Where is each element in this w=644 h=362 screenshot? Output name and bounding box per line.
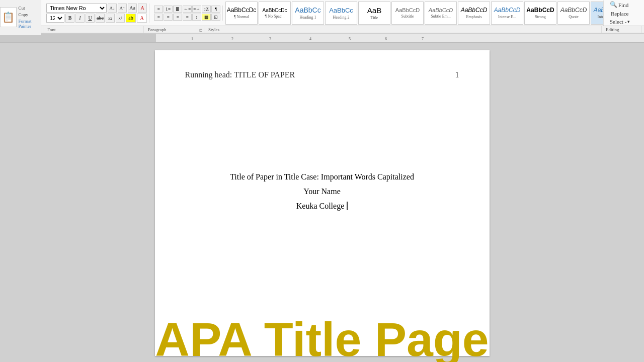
editing-section: 🔍 Find Replace Select - ▾ xyxy=(607,1,642,25)
document-page: Running head: TITLE OF PAPER 1 Title of … xyxy=(155,50,490,356)
cut-button[interactable]: Cut xyxy=(18,5,41,11)
paste-button[interactable]: 📋 xyxy=(0,7,17,27)
style-heading1[interactable]: AaBbCc Heading 1 xyxy=(292,2,324,25)
numbering-btn[interactable]: 1≡ xyxy=(164,6,173,13)
highlight-color-btn[interactable]: ab xyxy=(126,14,136,23)
increase-font-btn[interactable]: A↑ xyxy=(118,4,127,13)
style-heading2[interactable]: AaBbCc Heading 2 xyxy=(325,2,357,25)
decrease-indent-btn[interactable]: ←≡ xyxy=(183,6,192,13)
editing-label: Editing xyxy=(602,26,642,33)
clear-formatting-btn[interactable]: A xyxy=(138,4,147,13)
style-emphasis[interactable]: AaBbCcD Emphasis xyxy=(458,2,490,25)
borders-btn[interactable]: ⊡ xyxy=(211,14,220,21)
page-number: 1 xyxy=(455,70,459,79)
style-normal[interactable]: AaBbCcDc ¶ Normal xyxy=(225,2,258,25)
style-quote[interactable]: AaBbCcD Quote xyxy=(557,2,590,25)
shading-btn[interactable]: ▦ xyxy=(202,14,211,21)
styles-label: Styles xyxy=(204,26,602,33)
line-spacing-btn[interactable]: ↕ xyxy=(192,14,201,21)
style-intense-q[interactable]: AaBbCcD Intense Q... xyxy=(591,2,604,25)
style-subtle-em[interactable]: AaBbCcD Subtle Em... xyxy=(425,2,457,25)
align-center-btn[interactable]: ≡ xyxy=(164,14,173,21)
bold-button[interactable]: B xyxy=(65,14,74,23)
document-area: Running head: TITLE OF PAPER 1 Title of … xyxy=(0,43,644,362)
style-no-spacing[interactable]: AaBbCcDc ¶ No Spac... xyxy=(259,2,291,25)
change-case-btn[interactable]: Aa xyxy=(128,4,137,13)
increase-indent-btn[interactable]: ≡→ xyxy=(192,6,201,13)
sort-btn[interactable]: ↕Z xyxy=(202,6,211,13)
find-icon: 🔍 xyxy=(610,1,617,9)
institution-name: Keuka College xyxy=(185,199,459,214)
replace-button[interactable]: Replace xyxy=(610,10,639,17)
author-name: Your Name xyxy=(185,185,459,199)
chevron-down-icon: ▾ xyxy=(627,19,630,24)
italic-button[interactable]: I xyxy=(75,14,85,23)
font-color-btn[interactable]: A xyxy=(137,14,147,23)
justify-btn[interactable]: ≡ xyxy=(183,14,192,21)
paper-title: Title of Paper in Title Case: Important … xyxy=(185,170,459,185)
strikethrough-button[interactable]: abc xyxy=(96,14,105,23)
superscript-button[interactable]: x² xyxy=(116,14,125,23)
style-strong[interactable]: AaBbCcD Strong xyxy=(524,2,556,25)
font-section: Times New Ro A↓ A↑ Aa A 12 B I U abc x₂ xyxy=(44,4,149,23)
font-size-select[interactable]: 12 xyxy=(46,14,64,23)
page-body: Title of Paper in Title Case: Important … xyxy=(185,170,459,213)
font-family-select[interactable]: Times New Ro xyxy=(46,4,107,13)
decrease-font-btn[interactable]: A↓ xyxy=(108,4,117,13)
show-marks-btn[interactable]: ¶ xyxy=(211,6,220,13)
bullets-btn[interactable]: ≡ xyxy=(154,6,163,13)
paragraph-expand-icon[interactable]: ⊡ xyxy=(199,28,203,33)
subscript-button[interactable]: x₂ xyxy=(106,14,115,23)
align-left-btn[interactable]: ≡ xyxy=(154,14,163,21)
paragraph-section: ≡ 1≡ ≣ ←≡ ≡→ ↕Z ¶ ≡ ≡ ≡ ≡ ↕ ▦ ⊡ xyxy=(152,6,223,21)
find-button[interactable]: 🔍 Find xyxy=(610,1,639,9)
format-painter-button[interactable]: Format Painter xyxy=(18,18,41,29)
section-labels-bar: Clipboard Font Paragraph ⊡ Styles Editin… xyxy=(0,26,644,33)
copy-button[interactable]: Copy xyxy=(18,12,41,18)
multilevel-btn[interactable]: ≣ xyxy=(173,6,182,13)
select-dropdown[interactable]: Select - ▾ xyxy=(610,19,639,25)
ruler: 1 2 3 4 5 6 7 xyxy=(0,34,644,43)
style-intense-em[interactable]: AaBbCcD Intense E... xyxy=(491,2,523,25)
align-right-btn[interactable]: ≡ xyxy=(173,14,182,21)
font-label: Font xyxy=(43,26,144,33)
underline-button[interactable]: U xyxy=(86,14,95,23)
cursor xyxy=(345,202,348,210)
style-subtitle[interactable]: AaBbCcD Subtitle xyxy=(391,2,424,25)
running-head: Running head: TITLE OF PAPER xyxy=(185,70,295,79)
page-header: Running head: TITLE OF PAPER 1 xyxy=(185,70,459,79)
paragraph-label: Paragraph ⊡ xyxy=(144,26,204,33)
styles-section: AaBbCcDc ¶ Normal AaBbCcDc ¶ No Spac... … xyxy=(225,1,604,26)
style-title[interactable]: AaB Title xyxy=(358,2,390,25)
clipboard-section: 📋 Cut Copy Format Painter xyxy=(0,0,41,35)
